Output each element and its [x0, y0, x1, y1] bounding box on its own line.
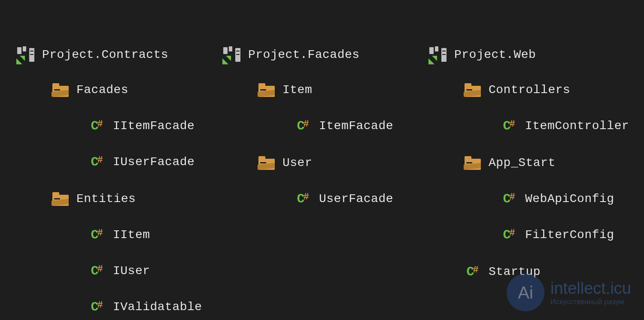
folder-label: Facades	[76, 78, 128, 102]
file-node[interactable]: C# IValidatable	[17, 295, 202, 319]
project-label: Project.Web	[454, 43, 536, 67]
csharp-file-icon: C#	[88, 299, 105, 316]
file-label: IUser	[113, 259, 150, 283]
folder-icon	[464, 154, 481, 172]
folder-node[interactable]: App_Start	[429, 151, 627, 175]
project-contracts: Project.Contracts Facades C# IItemFacade…	[17, 43, 202, 303]
file-node[interactable]: C# IItemFacade	[17, 114, 202, 138]
file-node[interactable]: C# ItemController	[429, 114, 627, 138]
project-tree: Project.Contracts Facades C# IItemFacade…	[0, 0, 644, 320]
folder-node[interactable]: User	[223, 151, 408, 175]
file-label: UserFacade	[319, 187, 393, 211]
project-node[interactable]: Project.Facades	[223, 43, 408, 67]
file-label: Startup	[489, 260, 541, 284]
csharp-file-icon: C#	[88, 226, 105, 244]
folder-icon	[52, 82, 69, 99]
csharp-file-icon: C#	[88, 118, 105, 135]
file-label: WebApiConfig	[525, 187, 614, 211]
folder-icon	[258, 154, 275, 172]
csharp-file-icon: C#	[500, 190, 517, 208]
csharp-file-icon: C#	[464, 263, 481, 281]
file-label: IItem	[113, 223, 150, 247]
file-node[interactable]: C# IItem	[17, 223, 202, 247]
file-label: IValidatable	[113, 295, 202, 319]
folder-node[interactable]: Facades	[17, 78, 202, 102]
csharp-file-icon: C#	[294, 118, 311, 135]
csharp-file-icon: C#	[88, 263, 105, 280]
file-label: ItemController	[525, 114, 629, 138]
folder-label: User	[283, 151, 312, 175]
file-node[interactable]: C# IUser	[17, 259, 202, 283]
project-facades: Project.Facades Item C# ItemFacade User …	[223, 43, 408, 303]
project-node[interactable]: Project.Contracts	[17, 43, 202, 67]
file-node[interactable]: C# Startup	[429, 260, 627, 284]
folder-node[interactable]: Entities	[17, 187, 202, 211]
file-label: IItemFacade	[113, 114, 194, 138]
csharp-file-icon: C#	[88, 154, 105, 171]
csharp-file-icon: C#	[294, 190, 311, 208]
csproj-icon	[17, 46, 34, 63]
folder-icon	[52, 190, 69, 208]
file-node[interactable]: C# FilterConfig	[429, 223, 627, 247]
folder-icon	[258, 82, 275, 99]
csharp-file-icon: C#	[500, 226, 517, 244]
file-node[interactable]: C# WebApiConfig	[429, 187, 627, 211]
folder-node[interactable]: Controllers	[429, 78, 627, 102]
file-label: IUserFacade	[113, 150, 194, 174]
folder-label: Item	[283, 78, 312, 102]
folder-label: App_Start	[489, 151, 556, 175]
csproj-icon	[223, 46, 240, 63]
folder-node[interactable]: Item	[223, 78, 408, 102]
project-web: Project.Web Controllers C# ItemControlle…	[429, 43, 627, 303]
project-node[interactable]: Project.Web	[429, 43, 627, 67]
project-label: Project.Contracts	[42, 43, 168, 67]
file-label: ItemFacade	[319, 114, 393, 138]
csproj-icon	[429, 46, 447, 63]
file-node[interactable]: C# UserFacade	[223, 187, 408, 211]
file-node[interactable]: C# IUserFacade	[17, 150, 202, 174]
folder-label: Controllers	[489, 78, 570, 102]
folder-icon	[464, 82, 481, 99]
folder-label: Entities	[76, 187, 136, 211]
csharp-file-icon: C#	[500, 118, 517, 135]
project-label: Project.Facades	[248, 43, 360, 67]
file-node[interactable]: C# ItemFacade	[223, 114, 408, 138]
file-label: FilterConfig	[525, 223, 614, 247]
